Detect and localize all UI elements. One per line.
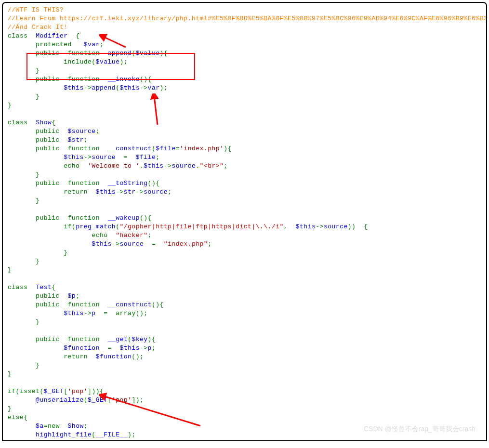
- punct: ;: [96, 128, 100, 135]
- var-str: $str: [68, 136, 84, 144]
- str-welcome: 'Welcome to ': [88, 162, 140, 170]
- punct: (: [132, 50, 135, 57]
- punct: ){: [224, 145, 232, 152]
- arrow-op: ->: [316, 223, 324, 230]
- id-show: Show: [68, 422, 84, 430]
- brace: }: [8, 405, 12, 412]
- kw-function: function: [68, 145, 100, 152]
- punct: =: [108, 344, 112, 352]
- var-a: $a: [36, 422, 44, 430]
- brace: }: [8, 266, 12, 274]
- comment: //WTF IS THIS?: [8, 6, 64, 13]
- fn-pregmatch: preg_match: [76, 223, 116, 230]
- brace: }: [8, 440, 12, 441]
- punct: (){: [148, 180, 160, 187]
- var-this: $this: [96, 188, 116, 196]
- str-hacker: "hacker": [116, 232, 147, 239]
- brace: }: [36, 171, 40, 178]
- fn-unserialize: @unserialize: [36, 396, 84, 404]
- var-get: $_GET: [88, 396, 108, 404]
- kw-function: function: [68, 336, 100, 343]
- punct: ();: [132, 353, 144, 360]
- kw-class: class: [8, 119, 28, 126]
- punct: ){: [148, 336, 156, 343]
- kw-public: public: [36, 50, 60, 57]
- kw-include: include: [64, 58, 92, 66]
- var-source: $source: [68, 128, 96, 135]
- code-block: //WTF IS THIS? //Learn From https://ctf.…: [8, 6, 481, 441]
- str-pop: 'pop': [112, 396, 132, 404]
- var-file: $file: [136, 154, 156, 161]
- kw-return: return: [64, 188, 88, 196]
- brace: {: [76, 32, 79, 40]
- brace: {: [52, 119, 55, 126]
- id-var: var: [148, 84, 160, 92]
- comment: //And Crack It!: [8, 24, 68, 31]
- arrow-op: ->: [84, 154, 92, 161]
- punct: (){: [140, 214, 152, 222]
- kw-public: public: [36, 214, 60, 222]
- punct: (){: [140, 76, 152, 83]
- arrow-op: ->: [164, 162, 172, 170]
- kw-public: public: [36, 180, 60, 187]
- punct: =: [176, 145, 180, 152]
- brace: }: [36, 258, 40, 265]
- punct: ;: [168, 188, 172, 196]
- var-function: $function: [64, 344, 100, 352]
- kw-public: public: [36, 128, 60, 135]
- fn-construct: __construct: [108, 301, 152, 308]
- var-this: $this: [92, 240, 112, 248]
- fn-append: append: [92, 84, 116, 92]
- var-this: $this: [64, 154, 84, 161]
- brace: }: [8, 370, 12, 378]
- var-key: $key: [132, 336, 147, 343]
- punct: [: [108, 396, 112, 404]
- punct: ;: [224, 162, 227, 170]
- punct: ;: [84, 422, 88, 430]
- var-value: $value: [136, 50, 160, 57]
- id-source: source: [324, 223, 348, 230]
- punct: (: [16, 388, 20, 395]
- fn-tostring: __toString: [108, 180, 148, 187]
- fn-construct: __construct: [108, 145, 152, 152]
- arrow-op: ->: [112, 240, 120, 248]
- punct: =: [44, 422, 48, 430]
- kw-isset: isset: [20, 388, 40, 395]
- kw-function: function: [68, 301, 100, 308]
- punct: ,: [284, 223, 288, 230]
- brace: }: [36, 318, 40, 326]
- var-function: $function: [96, 353, 132, 360]
- id-modifier: Modifier: [36, 32, 67, 40]
- arrow-op: ->: [116, 188, 124, 196]
- arrow-op: ->: [140, 344, 148, 352]
- punct: ;: [76, 292, 79, 300]
- code-viewer: //WTF IS THIS? //Learn From https://ctf.…: [2, 2, 487, 441]
- brace: {: [52, 284, 55, 291]
- id-test: Test: [36, 284, 52, 291]
- var-this: $this: [64, 84, 84, 92]
- punct: =: [104, 310, 107, 317]
- brace: }: [36, 197, 40, 204]
- punct: =: [152, 240, 156, 248]
- kw-public: public: [36, 292, 60, 300]
- punct: (: [84, 396, 88, 404]
- var-value: $value: [96, 58, 120, 66]
- punct: (: [40, 388, 43, 395]
- kw-array: array: [116, 310, 136, 317]
- punct: [: [64, 388, 67, 395]
- punct: ;: [100, 41, 104, 48]
- str-br: "<br>": [200, 162, 224, 170]
- kw-return: return: [64, 353, 88, 360]
- kw-class: class: [8, 284, 28, 291]
- punct: (: [92, 58, 95, 66]
- id-source: source: [92, 154, 116, 161]
- punct: ){: [160, 50, 168, 57]
- punct: ;: [152, 344, 156, 352]
- punct: ;: [156, 154, 159, 161]
- id-str: str: [124, 188, 136, 196]
- id-show: Show: [36, 119, 52, 126]
- punct: (: [72, 223, 76, 230]
- kw-echo: echo: [64, 162, 79, 170]
- kw-function: function: [68, 76, 100, 83]
- arrow-op: ->: [136, 188, 144, 196]
